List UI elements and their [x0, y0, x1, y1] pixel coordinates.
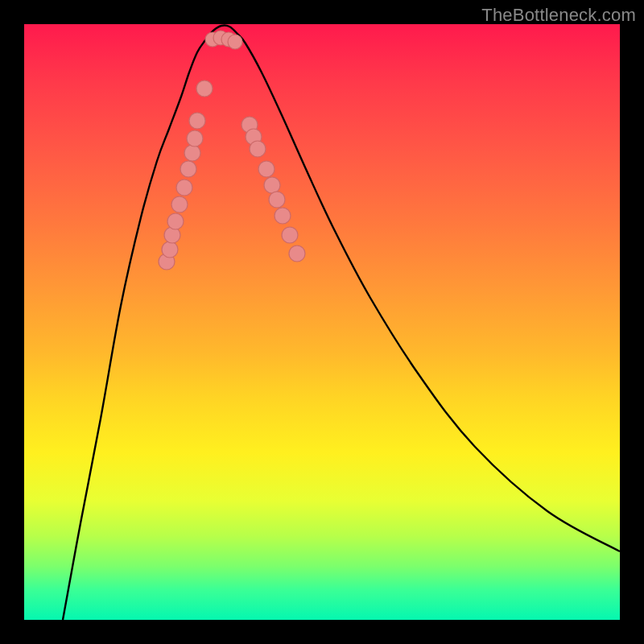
- data-point: [162, 242, 178, 258]
- data-point: [250, 141, 266, 157]
- data-point: [167, 213, 184, 229]
- dots-left-cluster: [159, 80, 213, 270]
- data-point: [275, 208, 291, 224]
- data-point: [189, 113, 205, 129]
- data-point: [269, 192, 285, 208]
- plot-area: [24, 24, 620, 620]
- dots-right-cluster: [242, 117, 305, 262]
- site-credit-label: TheBottleneck.com: [481, 5, 636, 26]
- chart-frame: TheBottleneck.com: [0, 0, 644, 644]
- data-point: [196, 80, 213, 97]
- data-point: [171, 196, 188, 213]
- data-point: [176, 180, 192, 196]
- data-point: [282, 227, 298, 243]
- curve-layer: [24, 24, 620, 620]
- data-point: [187, 130, 203, 147]
- bottleneck-curve: [63, 25, 620, 620]
- data-point: [184, 145, 200, 161]
- data-point: [228, 35, 242, 49]
- data-point: [264, 177, 280, 193]
- data-point: [289, 246, 305, 262]
- data-point: [180, 161, 196, 177]
- data-point: [258, 161, 275, 177]
